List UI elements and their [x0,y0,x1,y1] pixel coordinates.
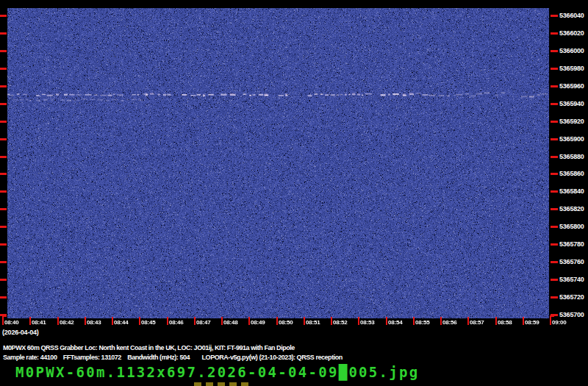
freq-label: 5366040 [559,12,584,19]
time-tick [29,317,31,325]
freq-tick-right [551,208,558,210]
spectrogram-canvas [7,8,549,318]
freq-label: 5365840 [559,187,584,195]
time-tick [139,317,140,325]
freq-tick-right [551,190,558,193]
footer-marker [229,382,237,386]
time-tick [194,317,196,325]
freq-label: 5366000 [559,47,584,54]
freq-tick-right [551,103,558,105]
freq-tick-right [551,279,558,281]
time-label: 08:45 [141,319,155,326]
freq-label: 5366020 [559,29,584,37]
image-filename-text: M0PWX-60m.1132x697.2026-04-04-09█005.jpg [15,364,420,380]
freq-label: 5365920 [559,118,584,125]
time-label: 08:54 [388,319,402,326]
freq-tick-left [0,121,7,123]
time-tick [2,317,4,325]
time-tick [413,317,415,325]
freq-tick-right [551,32,558,35]
time-label: 08:59 [525,319,539,326]
time-label: 08:50 [279,319,293,326]
time-tick [523,317,524,325]
date-label: (2026-04-04) [2,329,39,336]
freq-label: 5365980 [559,65,584,72]
freq-tick-left [0,243,7,246]
freq-label: 5365820 [559,205,584,212]
station-info-line: M0PWX 60m QRSS Grabber Loc: North kent C… [3,344,295,351]
freq-tick-right [551,68,558,70]
time-tick [467,317,469,325]
freq-label: 5365780 [559,240,584,248]
freq-tick-left [0,208,7,210]
time-label: 08:42 [60,319,74,326]
freq-tick-right [551,243,558,246]
freq-label: 5365960 [559,82,584,90]
freq-label: 5365860 [559,170,584,177]
freq-tick-left [0,296,7,299]
freq-tick-left [0,226,7,228]
freq-tick-right [551,156,558,158]
time-label: 08:51 [306,319,320,326]
footer-marker [218,382,225,386]
freq-tick-left [0,15,7,17]
time-tick [304,317,305,325]
freq-label: 5365800 [559,223,584,230]
time-label: 08:43 [87,319,101,326]
time-tick [276,317,278,325]
time-tick [167,317,168,325]
freq-tick-left [0,103,7,105]
time-label: 08:58 [498,319,512,326]
freq-tick-left [0,173,7,175]
time-tick [440,317,442,325]
freq-tick-right [551,173,558,175]
freq-tick-left [0,85,7,87]
time-tick [550,317,551,325]
freq-label: 5365700 [559,311,584,318]
time-label: 08:40 [4,319,18,326]
freq-tick-right [551,296,558,299]
time-tick [495,317,497,325]
footer-marker [206,382,213,386]
freq-tick-left [0,32,7,35]
time-label: 08:47 [196,319,210,326]
freq-label: 5365900 [559,135,584,143]
freq-tick-left [0,279,7,281]
time-tick [386,317,387,325]
freq-tick-right [551,85,558,87]
freq-label: 5365760 [559,258,584,265]
qrss-grabber-screenshot: 5366040536602053660005365980536596053659… [0,0,588,386]
freq-label: 5365880 [559,153,584,160]
freq-tick-left [0,190,7,193]
freq-label: 5365740 [559,276,584,283]
freq-tick-right [551,121,558,123]
time-tick [331,317,332,325]
freq-label: 5365720 [559,293,584,301]
time-label: 08:48 [223,319,237,326]
time-label: 08:41 [32,319,46,326]
time-label: 08:53 [360,319,374,326]
time-label: 08:46 [169,319,183,326]
time-tick [57,317,59,325]
freq-label: 5365940 [559,100,584,107]
freq-tick-left [0,68,7,70]
time-label: 08:55 [415,319,429,326]
freq-tick-left [0,261,7,263]
footer-marker [194,382,201,386]
freq-tick-right [551,50,558,52]
settings-info-line: Sample rate: 44100 FFTsamples: 131072 Ba… [3,354,343,361]
time-tick-nub [550,315,554,317]
freq-tick-left [0,138,7,140]
time-tick [85,317,86,325]
freq-tick-left [0,156,7,158]
time-tick-nub [2,315,7,317]
time-label: 08:52 [333,319,347,326]
time-tick [221,317,223,325]
freq-tick-right [551,15,558,17]
time-tick [358,317,359,325]
time-label: 08:44 [114,319,128,326]
freq-tick-right [551,226,558,228]
freq-tick-left [0,50,7,52]
time-label: 08:56 [442,319,456,326]
time-tick [248,317,250,325]
